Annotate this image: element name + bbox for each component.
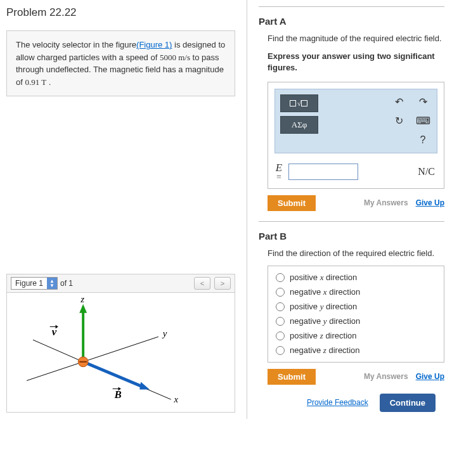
choice-panel: positive x direction negative x directio… xyxy=(268,266,444,363)
divider xyxy=(259,221,444,222)
unit-label: N/C xyxy=(418,166,437,177)
svg-line-8 xyxy=(83,362,145,388)
provide-feedback-link[interactable]: Provide Feedback xyxy=(307,398,368,407)
problem-statement: The velocity selector in the figure(Figu… xyxy=(6,30,235,96)
radio-input[interactable] xyxy=(276,331,285,340)
choice-text: negative xyxy=(290,345,323,355)
answer-panel-a: √ ΑΣφ ↶ ↷ ↻ ⌨ ? E = N/ xyxy=(268,82,444,189)
part-a-instruction: Express your answer using two significan… xyxy=(268,51,444,74)
vector-b-label: B xyxy=(114,389,122,401)
radio-input[interactable] xyxy=(276,273,285,282)
text: The velocity selector in the figure xyxy=(16,40,136,49)
greek-button[interactable]: ΑΣφ xyxy=(280,116,318,134)
choice-text: direction xyxy=(323,331,357,340)
figure-select-label: Figure 1 xyxy=(11,279,47,288)
my-answers-link[interactable]: My Answers xyxy=(364,372,408,381)
figure-link[interactable]: (Figure 1) xyxy=(136,40,172,49)
choice-text: direction xyxy=(326,345,360,355)
give-up-link[interactable]: Give Up xyxy=(416,372,444,381)
choice-neg-z[interactable]: negative z direction xyxy=(276,345,436,356)
svg-marker-7 xyxy=(56,325,58,328)
magnetic-value: 0.91 T xyxy=(25,77,46,87)
radio-input[interactable] xyxy=(276,302,285,311)
choice-text: direction xyxy=(323,302,357,311)
divider xyxy=(259,6,444,7)
variable-label: E xyxy=(274,162,283,173)
stepper-icon[interactable]: ▲▼ xyxy=(47,278,57,289)
choice-pos-y[interactable]: positive y direction xyxy=(276,302,436,312)
choice-text: negative xyxy=(290,316,323,326)
continue-button[interactable]: Continue xyxy=(380,394,436,412)
svg-marker-9 xyxy=(139,382,150,390)
radio-input[interactable] xyxy=(276,346,285,355)
figure-canvas: y x z v B xyxy=(6,292,235,413)
choice-pos-x[interactable]: positive x direction xyxy=(276,273,436,283)
figure-select[interactable]: Figure 1 ▲▼ xyxy=(11,277,58,290)
figure-count: of 1 xyxy=(60,279,73,288)
keyboard-icon[interactable]: ⌨ xyxy=(416,115,430,127)
redo-icon[interactable]: ↷ xyxy=(416,96,430,108)
submit-button-b[interactable]: Submit xyxy=(268,369,316,385)
help-icon[interactable]: ? xyxy=(416,134,430,146)
svg-marker-5 xyxy=(79,304,87,313)
choice-text: direction xyxy=(327,316,361,326)
speed-value: 5000 m/s xyxy=(160,53,190,62)
templates-button[interactable]: √ xyxy=(280,94,318,112)
give-up-link[interactable]: Give Up xyxy=(416,198,444,207)
radio-input[interactable] xyxy=(276,317,285,326)
submit-button-a[interactable]: Submit xyxy=(268,195,316,211)
part-b-prompt: Find the direction of the required elect… xyxy=(268,248,444,259)
part-a-title: Part A xyxy=(259,16,444,27)
problem-title: Problem 22.22 xyxy=(6,6,235,19)
my-answers-link[interactable]: My Answers xyxy=(364,198,408,207)
text: . xyxy=(46,77,51,87)
prev-figure-button[interactable]: < xyxy=(194,277,210,290)
equals-sign: = xyxy=(276,173,281,182)
choice-text: positive xyxy=(290,273,320,282)
answer-input[interactable] xyxy=(288,164,358,180)
part-a-prompt: Find the magnitude of the required elect… xyxy=(268,33,444,44)
choice-text: direction xyxy=(327,287,361,297)
axis-y-label: y xyxy=(162,328,167,338)
choice-neg-y[interactable]: negative y direction xyxy=(276,316,436,326)
choice-text: positive xyxy=(290,331,320,340)
svg-line-0 xyxy=(83,337,158,362)
next-figure-button[interactable]: > xyxy=(214,277,231,290)
axis-x-label: x xyxy=(174,394,179,404)
undo-icon[interactable]: ↶ xyxy=(392,96,406,108)
part-b-title: Part B xyxy=(259,231,444,241)
svg-line-3 xyxy=(33,340,83,362)
reset-icon[interactable]: ↻ xyxy=(392,115,406,127)
figure-toolbar: Figure 1 ▲▼ of 1 < > xyxy=(6,274,235,292)
choice-neg-x[interactable]: negative x direction xyxy=(276,287,436,297)
svg-line-1 xyxy=(27,362,83,381)
equation-toolbar: √ ΑΣφ ↶ ↷ ↻ ⌨ ? xyxy=(274,89,437,153)
choice-text: positive xyxy=(290,302,320,311)
choice-text: direction xyxy=(323,273,357,282)
choice-text: negative xyxy=(290,287,323,297)
axis-z-label: z xyxy=(80,294,84,304)
choice-pos-z[interactable]: positive z direction xyxy=(276,331,436,341)
radio-input[interactable] xyxy=(276,288,285,297)
